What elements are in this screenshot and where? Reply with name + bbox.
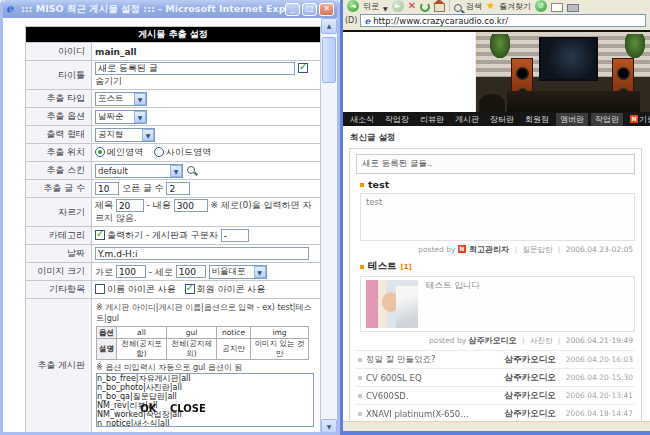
scrollbar-vertical[interactable]: ▲ ▼ — [321, 18, 337, 435]
scroll-down-icon[interactable]: ▼ — [321, 419, 337, 435]
post-board[interactable]: 사진란 — [530, 336, 553, 345]
row-shape: 출력 형태 공지형▼ — [26, 126, 321, 144]
magnifier-icon[interactable] — [187, 166, 195, 174]
window-miso-settings: e ::: MISO 최근 게시물 설정 ::: - Microsoft Int… — [0, 0, 340, 435]
address-input[interactable]: e http://www.crazycaraudio.co.kr/ — [360, 14, 646, 27]
title-label: 타이틀 — [26, 61, 92, 90]
home-icon[interactable] — [434, 3, 445, 12]
list-item-author[interactable]: 삼주카오디오 — [505, 372, 556, 384]
category-label: 카테고리 — [26, 227, 92, 245]
ratio-select[interactable]: 비율대로▼ — [209, 265, 267, 279]
category-check-label: 출력하기 - 게시판과 구분자 — [107, 230, 218, 240]
list-item-author[interactable]: 삼주카오디오 — [505, 408, 556, 420]
search-button-label[interactable]: 검색 — [466, 1, 482, 12]
cut-body-input[interactable] — [174, 199, 208, 212]
favorites-button-label[interactable]: 즐겨찾기 — [499, 1, 531, 12]
back-button-label[interactable]: 뒤로 — [363, 1, 379, 12]
recent-post-list: 정말 잘 만들었죠? 삼주카오디오 2006.04.20-16:03 CV 60… — [356, 350, 635, 421]
row-count: 추출 글 수 오픈 글 수 — [26, 180, 321, 198]
post-title-link[interactable]: 테스트 — [368, 260, 397, 273]
row-category: 카테고리 출력하기 - 게시판과 구분자 — [26, 227, 321, 245]
browser-statusbar — [343, 421, 650, 431]
skin-select[interactable]: default▼ — [95, 164, 183, 178]
back-dropdown-icon[interactable]: ▼ — [383, 5, 388, 12]
list-item-title[interactable]: CV600SD. — [366, 391, 501, 401]
shape-select[interactable]: 공지형▼ — [95, 128, 155, 142]
search-icon[interactable] — [454, 4, 462, 12]
desc-img: 이미지 있는 것만 — [251, 339, 309, 360]
stop-icon[interactable]: ✕ — [408, 0, 416, 12]
main-area-radio[interactable] — [95, 147, 105, 157]
member-icon-checkbox[interactable] — [185, 284, 195, 294]
desktop: e ::: MISO 최근 게시물 설정 ::: - Microsoft Int… — [0, 0, 650, 435]
list-item-title[interactable]: 정말 잘 만들었죠? — [366, 354, 501, 366]
height-label: - 세로 — [149, 266, 173, 276]
refresh-icon[interactable] — [420, 2, 430, 12]
minimize-button[interactable]: _ — [285, 3, 300, 16]
nav-tab-members[interactable]: 멤버란 — [556, 113, 588, 126]
comment-count-badge: [1] — [401, 263, 412, 271]
option-select[interactable]: 날짜순▼ — [95, 110, 147, 124]
side-area-radio[interactable] — [154, 147, 164, 157]
nav-tab-market[interactable]: 장터란 — [486, 113, 518, 126]
post-author[interactable]: 최고관리자 — [469, 245, 509, 254]
close-button[interactable]: ✕ — [319, 3, 334, 16]
address-url: http://www.crazycaraudio.co.kr/ — [373, 16, 508, 26]
close-link-button[interactable]: CLOSE — [170, 403, 206, 414]
ok-button[interactable]: OK — [140, 403, 156, 414]
name-icon-checkbox[interactable] — [95, 284, 105, 294]
site-content: 최신글 설정 새로 등록된 글들.. test test posted by N… — [343, 126, 650, 421]
post-thumbnail-image[interactable] — [366, 280, 418, 328]
type-select[interactable]: 포스트▼ — [95, 92, 147, 106]
history-icon[interactable]: ↺ — [535, 0, 547, 12]
boards-textarea[interactable]: n_bo_free|자유게시판|all n_bo_photo|사진란|all n… — [96, 373, 314, 427]
post-author[interactable]: 삼주카오디오 — [469, 336, 517, 345]
chevron-down-icon: ▼ — [134, 111, 146, 123]
nav-tab-review[interactable]: 리뷰란 — [416, 113, 448, 126]
list-item-date: 2006.04.20-15:30 — [566, 373, 633, 382]
photo-tv — [539, 37, 598, 81]
post-title-link[interactable]: test — [368, 179, 389, 190]
category-checkbox[interactable] — [95, 230, 105, 240]
window-title: ::: MISO 최근 게시물 설정 ::: - Microsoft Inter… — [21, 3, 285, 16]
forward-icon[interactable]: ► — [392, 0, 404, 12]
count-input[interactable] — [95, 182, 119, 195]
image-size-label: 이미지 크기 — [26, 263, 92, 281]
titlebar[interactable]: e ::: MISO 최근 게시물 설정 ::: - Microsoft Int… — [3, 0, 337, 18]
list-item: CV600SD. 삼주카오디오 2006.04.20-13:41 — [356, 386, 635, 404]
open-count-input[interactable] — [166, 182, 190, 195]
maximize-button[interactable]: □ — [302, 3, 317, 16]
title-input[interactable] — [95, 62, 295, 75]
post-board[interactable]: 질문답란 — [522, 245, 552, 254]
toolbar-divider — [449, 0, 450, 12]
date-format-input[interactable] — [95, 247, 309, 260]
site-banner-photo — [476, 32, 650, 112]
scrollbar-thumb[interactable] — [322, 37, 336, 83]
meta-separator: | — [558, 245, 561, 254]
separator-input[interactable] — [221, 229, 249, 242]
mail-icon[interactable] — [551, 3, 563, 12]
back-icon[interactable]: ◄ — [347, 0, 359, 12]
nav-tab-features[interactable]: N기능란 — [626, 113, 650, 126]
nav-tab-board[interactable]: 게시판 — [451, 113, 483, 126]
nav-tab-work[interactable]: 작업란 — [591, 113, 623, 126]
scroll-up-icon[interactable]: ▲ — [321, 18, 337, 34]
nav-tab-member-info[interactable]: 회원점 — [521, 113, 553, 126]
list-item-title[interactable]: XNAVI platinum(X-650… — [366, 409, 501, 419]
n-badge-icon: N — [630, 115, 638, 123]
nav-tab-workshop[interactable]: 작업장 — [381, 113, 413, 126]
cut-title-input[interactable] — [116, 199, 144, 212]
nav-tab-news[interactable]: 새소식 — [346, 113, 378, 126]
ie-logo-icon: e — [6, 3, 18, 15]
list-item-author[interactable]: 삼주카오디오 — [505, 390, 556, 402]
cut-title-label: 제목 — [95, 200, 113, 210]
desc-header: 설명 — [97, 339, 117, 360]
list-item-title[interactable]: CV 600SL EQ — [366, 373, 501, 383]
list-item-author[interactable]: 삼주카오디오 — [505, 354, 556, 366]
print-icon[interactable] — [567, 4, 579, 12]
option-label: 추출 옵션 — [26, 108, 92, 126]
height-input[interactable] — [176, 265, 206, 278]
hide-checkbox[interactable] — [298, 63, 308, 73]
favorites-star-icon[interactable]: ★ — [486, 0, 495, 12]
width-input[interactable] — [116, 265, 146, 278]
